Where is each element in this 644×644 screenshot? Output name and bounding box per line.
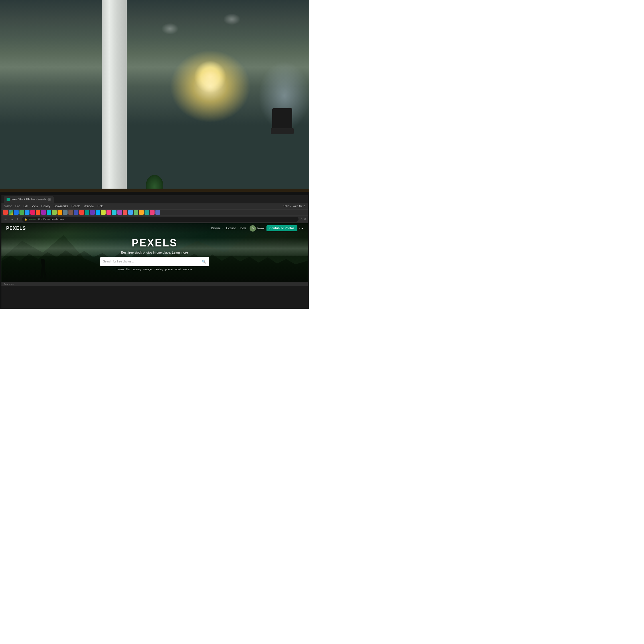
toolbar-icon-13[interactable] [85, 210, 89, 215]
battery-indicator: 100 % [283, 205, 291, 208]
site-tagline: Best free stock photos in one place. Lea… [121, 251, 188, 254]
star-icon[interactable]: ☆ [300, 218, 303, 221]
toolbar-icon-9[interactable] [63, 210, 68, 215]
browser-status-bar: Searches [1, 282, 307, 286]
forward-button[interactable]: → [9, 217, 14, 222]
pexels-website: PEXELS Browse ▾ License Tools D Daniel C… [1, 223, 307, 282]
menu-people[interactable]: People [72, 205, 80, 208]
toolbar-icon-20[interactable] [123, 210, 127, 215]
toolbar-icon-1[interactable] [19, 210, 24, 215]
url-display: https://www.pexels.com [37, 218, 64, 221]
tab-close-button[interactable]: × [48, 198, 51, 201]
browse-chevron: ▾ [222, 227, 223, 230]
url-input[interactable]: 🔒 Secure https://www.pexels.com [22, 217, 298, 222]
menu-help[interactable]: Help [97, 205, 103, 208]
menu-edit[interactable]: Edit [23, 205, 28, 208]
search-section: Search for free photos... 🔍 house blur t… [1, 257, 307, 271]
contribute-button[interactable]: Contribute Photos [266, 225, 297, 231]
monitor-bezel: Free Stock Photos · Pexels × hrome File … [0, 192, 309, 309]
back-button[interactable]: ← [3, 217, 8, 222]
tagline-text: Best free stock photos in one place. [121, 251, 171, 254]
learn-more-link[interactable]: Learn more [172, 251, 188, 254]
tag-vintage[interactable]: vintage [143, 268, 152, 271]
gcalendar-icon[interactable] [14, 210, 19, 215]
toolbar-icon-18[interactable] [112, 210, 116, 215]
hero-content: PEXELS Best free stock photos in one pla… [1, 237, 307, 271]
toolbar-icon-12[interactable] [79, 210, 84, 215]
browser-menu-bar: hrome File Edit View History Bookmarks P… [1, 203, 307, 210]
toolbar-icon-10[interactable] [68, 210, 73, 215]
toolbar-icon-24[interactable] [145, 210, 149, 215]
toolbar-icon-26[interactable] [155, 210, 160, 215]
nav-links: Browse ▾ License Tools [211, 227, 246, 230]
toolbar-icon-16[interactable] [101, 210, 106, 215]
menu-file[interactable]: File [15, 205, 20, 208]
office-chair [271, 108, 294, 137]
browse-nav-item[interactable]: Browse ▾ [211, 227, 223, 230]
office-background: Free Stock Photos · Pexels × hrome File … [0, 0, 309, 309]
search-placeholder: Search for free photos... [103, 260, 200, 263]
secure-icon: 🔒 [24, 218, 27, 221]
refresh-button[interactable]: ↻ [16, 217, 20, 222]
toolbar-icon-8[interactable] [58, 210, 62, 215]
menu-history[interactable]: History [42, 205, 50, 208]
tools-nav-item[interactable]: Tools [239, 227, 246, 230]
monitor-screen: Free Stock Photos · Pexels × hrome File … [1, 195, 307, 308]
browser-window: Free Stock Photos · Pexels × hrome File … [1, 195, 307, 223]
office-pillar [102, 0, 127, 201]
toolbar-icon-11[interactable] [74, 210, 78, 215]
status-text: Searches [4, 283, 13, 285]
search-box[interactable]: Search for free photos... 🔍 [100, 257, 209, 266]
toolbar-icon-2[interactable] [25, 210, 29, 215]
menu-view[interactable]: View [32, 205, 38, 208]
pexels-navbar: PEXELS Browse ▾ License Tools D Daniel C… [1, 223, 307, 234]
toolbar-icon-15[interactable] [96, 210, 100, 215]
tag-phone[interactable]: phone [165, 268, 173, 271]
toolbar-icon-7[interactable] [52, 210, 57, 215]
tag-blur[interactable]: blur [126, 268, 130, 271]
tag-meeting[interactable]: meeting [154, 268, 163, 271]
toolbar-icon-21[interactable] [128, 210, 133, 215]
toolbar-icon-19[interactable] [117, 210, 122, 215]
pexels-logo: PEXELS [6, 226, 26, 231]
address-bar: ← → ↻ 🔒 Secure https://www.pexels.com ☆ … [1, 216, 307, 223]
tab-title: Free Stock Photos · Pexels [11, 198, 46, 201]
toolbar-icon-22[interactable] [134, 210, 138, 215]
toolbar-icon-3[interactable] [30, 210, 35, 215]
more-menu-icon[interactable]: ⋯ [299, 226, 303, 231]
quick-tags: house blur training vintage meeting phon… [117, 268, 193, 271]
toolbar-icon-17[interactable] [106, 210, 111, 215]
more-tags-link[interactable]: more → [183, 268, 192, 271]
tag-wood[interactable]: wood [175, 268, 181, 271]
menu-window[interactable]: Window [84, 205, 94, 208]
site-title: PEXELS [132, 237, 177, 249]
gmail-icon[interactable] [3, 210, 8, 215]
toolbar-icon-4[interactable] [36, 210, 40, 215]
browse-label: Browse [211, 227, 221, 230]
bookmarks-toolbar [1, 210, 307, 216]
menu-app-name: hrome [4, 205, 12, 208]
browser-action-icons: ☆ ⧉ [300, 218, 306, 221]
browser-tab[interactable]: Free Stock Photos · Pexels × [4, 196, 54, 203]
hero-section: PEXELS Browse ▾ License Tools D Daniel C… [1, 223, 307, 282]
tag-training[interactable]: training [133, 268, 141, 271]
clock: Wed 16:15 [293, 205, 305, 208]
toolbar-icon-23[interactable] [139, 210, 144, 215]
license-nav-item[interactable]: License [226, 227, 236, 230]
gdrive-icon[interactable] [9, 210, 13, 215]
toolbar-icon-6[interactable] [47, 210, 51, 215]
tag-house[interactable]: house [117, 268, 124, 271]
browser-tab-bar: Free Stock Photos · Pexels × [1, 195, 307, 203]
secure-text: Secure [28, 218, 35, 221]
toolbar-icon-14[interactable] [90, 210, 95, 215]
toolbar-icon-25[interactable] [150, 210, 155, 215]
tab-favicon [7, 198, 10, 201]
office-photo [0, 0, 309, 192]
menu-bookmarks[interactable]: Bookmarks [54, 205, 68, 208]
toolbar-icon-5[interactable] [41, 210, 46, 215]
extensions-icon[interactable]: ⧉ [304, 218, 306, 221]
user-avatar[interactable]: D [250, 225, 256, 232]
search-icon: 🔍 [202, 260, 206, 264]
user-name-label: Daniel [257, 227, 264, 230]
system-status: 100 % Wed 16:15 [283, 205, 305, 208]
